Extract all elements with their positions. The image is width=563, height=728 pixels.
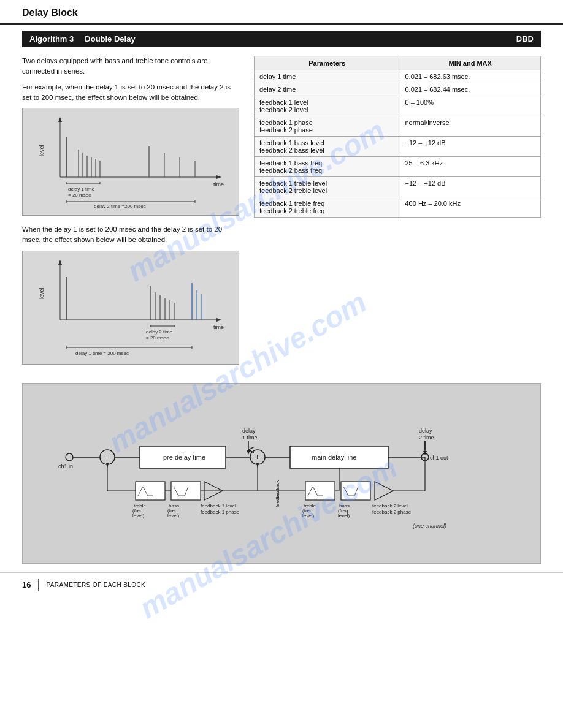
svg-marker-110 bbox=[256, 463, 259, 468]
value-delay1-time: 0.021 – 682.63 msec. bbox=[400, 70, 541, 83]
page-header: Delay Block bbox=[0, 0, 563, 25]
svg-marker-106 bbox=[247, 450, 250, 455]
value-fb-treble-freq: 400 Hz – 20.0 kHz bbox=[400, 197, 541, 218]
svg-text:feedback: feedback bbox=[275, 487, 280, 507]
value-fb-phase: normal/inverse bbox=[400, 116, 541, 137]
page: manualsarchive.com manualsarchive.com ma… bbox=[0, 0, 563, 728]
svg-rect-90 bbox=[305, 482, 335, 500]
table-row: feedback 1 treble freqfeedback 2 treble … bbox=[255, 197, 541, 218]
algorithm-code: DBD bbox=[516, 34, 534, 44]
table-row: delay 1 time 0.021 – 682.63 msec. bbox=[255, 70, 541, 83]
svg-text:(one channel): (one channel) bbox=[413, 523, 446, 529]
page-footer: 16 PARAMETERS OF EACH BLOCK bbox=[0, 572, 563, 597]
svg-marker-28 bbox=[216, 318, 221, 322]
svg-text:level): level) bbox=[302, 513, 314, 518]
col-header-minmax: MIN and MAX bbox=[400, 56, 541, 70]
block-diagram-section: ch1 in + pre delay time delay 1 time bbox=[22, 383, 541, 564]
footer-text: PARAMETERS OF EACH BLOCK bbox=[46, 582, 145, 588]
svg-text:ch1 out: ch1 out bbox=[430, 455, 448, 461]
svg-text:delay 1 time: delay 1 time bbox=[68, 186, 95, 192]
param-fb-treble-freq: feedback 1 treble freqfeedback 2 treble … bbox=[255, 197, 400, 218]
svg-text:+: + bbox=[255, 453, 259, 461]
svg-text:1 time: 1 time bbox=[242, 434, 258, 441]
page-title: Delay Block bbox=[22, 7, 541, 18]
table-row: feedback 1 levelfeedback 2 level 0 – 100… bbox=[255, 96, 541, 116]
svg-text:time: time bbox=[213, 181, 224, 188]
value-fb-level: 0 – 100% bbox=[400, 96, 541, 116]
svg-point-51 bbox=[66, 453, 73, 461]
value-fb-bass-level: −12 – +12 dB bbox=[400, 137, 541, 157]
algorithm-name: Double Delay bbox=[85, 34, 135, 44]
parameters-table: Parameters MIN and MAX delay 1 time 0.02… bbox=[254, 56, 541, 218]
svg-text:main delay line: main delay line bbox=[312, 453, 356, 461]
param-fb-treble-level: feedback 1 treble levelfeedback 2 treble… bbox=[255, 177, 400, 197]
value-delay2-time: 0.021 – 682.44 msec. bbox=[400, 83, 541, 96]
svg-text:feedback 1 level: feedback 1 level bbox=[201, 503, 236, 509]
diagram-2-svg: level time bbox=[33, 259, 229, 357]
svg-text:feedback 1 phase: feedback 1 phase bbox=[201, 509, 240, 515]
col-header-parameters: Parameters bbox=[255, 56, 400, 70]
svg-text:delay 1 time  = 200 msec: delay 1 time = 200 msec bbox=[75, 351, 129, 356]
main-content: Algorithm 3 Double Delay DBD Two delays … bbox=[0, 31, 563, 564]
table-row: feedback 1 treble levelfeedback 2 treble… bbox=[255, 177, 541, 197]
svg-rect-77 bbox=[136, 482, 165, 500]
svg-text:delay 2 time: delay 2 time bbox=[146, 329, 173, 335]
svg-text:level): level) bbox=[338, 513, 350, 518]
svg-text:pre  delay  time: pre delay time bbox=[163, 453, 205, 461]
param-fb-bass-freq: feedback 1 bass freqfeedback 2 bass freq bbox=[255, 157, 400, 177]
svg-marker-2 bbox=[216, 175, 221, 179]
param-delay1-time: delay 1 time bbox=[255, 70, 400, 83]
svg-text:+: + bbox=[105, 453, 109, 461]
intro-para1: Two delays equipped with bass and treble… bbox=[22, 56, 239, 77]
svg-text:delay: delay bbox=[419, 428, 432, 434]
page-number: 16 bbox=[22, 580, 31, 590]
intro-table-section: Two delays equipped with bass and treble… bbox=[22, 56, 541, 373]
svg-text:level): level) bbox=[132, 513, 144, 518]
svg-text:level: level bbox=[39, 287, 45, 299]
svg-marker-92 bbox=[375, 482, 393, 500]
svg-marker-109 bbox=[106, 463, 109, 468]
svg-text:feedback 2 level: feedback 2 level bbox=[372, 503, 408, 509]
diagram-1: level time bbox=[22, 108, 239, 216]
algorithm-label: Algorithm 3 bbox=[29, 34, 74, 44]
svg-text:feedback 2 phase: feedback 2 phase bbox=[372, 509, 412, 515]
intro-column: Two delays equipped with bass and treble… bbox=[22, 56, 239, 373]
svg-text:delay 2 time  =200 msec: delay 2 time =200 msec bbox=[94, 203, 146, 208]
intro-para3: When the delay 1 is set to 200 msec and … bbox=[22, 224, 239, 246]
table-row: feedback 1 bass freqfeedback 2 bass freq… bbox=[255, 157, 541, 177]
svg-marker-108 bbox=[423, 451, 427, 455]
svg-text:= 20 msec: = 20 msec bbox=[68, 192, 91, 198]
param-fb-level: feedback 1 levelfeedback 2 level bbox=[255, 96, 400, 116]
svg-text:= 20 msec: = 20 msec bbox=[146, 335, 169, 341]
param-fb-phase: feedback 1 phasefeedback 2 phase bbox=[255, 116, 400, 137]
param-fb-bass-level: feedback 1 bass levelfeedback 2 bass lev… bbox=[255, 137, 400, 157]
intro-para2: For example, when the delay 1 is set to … bbox=[22, 82, 239, 104]
diagram-2: level time bbox=[22, 251, 239, 365]
algorithm-label-name: Algorithm 3 Double Delay bbox=[29, 34, 136, 44]
diagram-1-svg: level time bbox=[33, 116, 229, 208]
svg-text:time: time bbox=[213, 324, 224, 330]
value-fb-bass-freq: 25 – 6.3 kHz bbox=[400, 157, 541, 177]
svg-text:ch1 in: ch1 in bbox=[58, 463, 73, 469]
table-row: feedback 1 bass levelfeedback 2 bass lev… bbox=[255, 137, 541, 157]
svg-text:level: level bbox=[39, 145, 45, 156]
parameters-table-container: Parameters MIN and MAX delay 1 time 0.02… bbox=[254, 56, 541, 373]
table-row: delay 2 time 0.021 – 682.44 msec. bbox=[255, 83, 541, 96]
table-row: feedback 1 phasefeedback 2 phase normal/… bbox=[255, 116, 541, 137]
algorithm-banner: Algorithm 3 Double Delay DBD bbox=[22, 31, 541, 47]
param-delay2-time: delay 2 time bbox=[255, 83, 400, 96]
svg-text:2 time: 2 time bbox=[419, 434, 434, 441]
svg-text:level): level) bbox=[167, 513, 179, 518]
value-fb-treble-level: −12 – +12 dB bbox=[400, 177, 541, 197]
svg-marker-3 bbox=[58, 117, 62, 122]
block-diagram-svg: ch1 in + pre delay time delay 1 time bbox=[33, 396, 548, 549]
svg-marker-29 bbox=[58, 260, 62, 265]
svg-text:delay: delay bbox=[242, 428, 256, 434]
footer-divider bbox=[38, 579, 39, 591]
